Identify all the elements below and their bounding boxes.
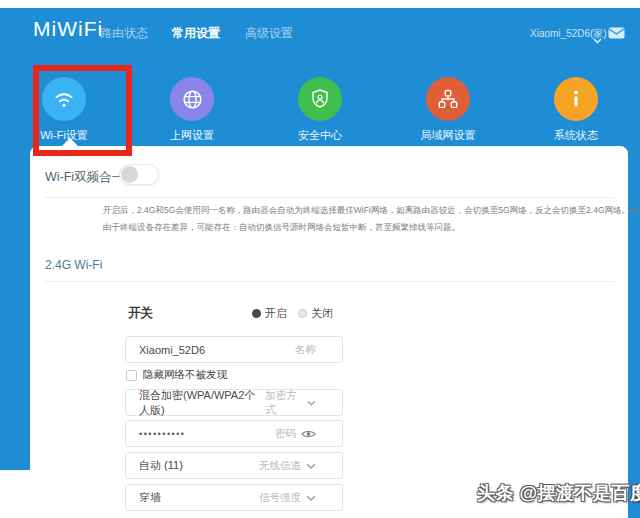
wireless-channel-select[interactable]: 自动 (11) 无线信道 bbox=[125, 452, 343, 479]
quicknav-item-system-status[interactable]: 系统状态 bbox=[512, 77, 640, 143]
show-password-eye-icon[interactable] bbox=[301, 429, 316, 439]
encryption-value: 混合加密(WPA/WPA2个人版) bbox=[139, 388, 265, 418]
radio-selected-icon bbox=[252, 309, 261, 318]
checkbox-icon[interactable] bbox=[126, 370, 137, 381]
wifi-password-value: •••••••••• bbox=[139, 429, 186, 439]
miwifi-logo[interactable]: MiWiFi bbox=[33, 17, 103, 41]
tab-common-settings[interactable]: 常用设置 bbox=[172, 25, 220, 42]
password-label: 密码 bbox=[275, 427, 296, 441]
ssid-name-value: Xiaomi_52D6 bbox=[139, 344, 205, 356]
globe-icon bbox=[170, 77, 214, 121]
quicknav-item-security-center[interactable]: 安全中心 bbox=[256, 77, 384, 143]
signal-strength-value: 穿墙 bbox=[139, 490, 161, 505]
quicknav-label: 安全中心 bbox=[256, 128, 384, 143]
signal-strength-label: 信号强度 bbox=[259, 491, 301, 505]
quicknav-label: 上网设置 bbox=[128, 128, 256, 143]
radio-off[interactable]: 关闭 bbox=[298, 306, 333, 321]
wireless-channel-value: 自动 (11) bbox=[139, 458, 183, 473]
radio-off-label: 关闭 bbox=[311, 306, 333, 321]
radio-unselected-icon bbox=[298, 309, 307, 318]
description-line: 由于终端设备存在差异，可能存在：自动切换信号源时网络会短暂中断，甚至频繁掉线等问… bbox=[103, 219, 639, 236]
chevron-down-icon bbox=[307, 400, 316, 406]
annotation-highlight-box bbox=[33, 65, 132, 156]
chevron-down-icon[interactable] bbox=[593, 30, 602, 48]
chevron-down-icon bbox=[306, 463, 316, 469]
wifi-password-input[interactable]: •••••••••• 密码 bbox=[125, 420, 343, 447]
quicknav-item-internet-settings[interactable]: 上网设置 bbox=[128, 77, 256, 143]
quicknav-label: 系统状态 bbox=[512, 128, 640, 143]
wireless-channel-label: 无线信道 bbox=[259, 459, 301, 473]
signal-strength-select[interactable]: 穿墙 信号强度 bbox=[125, 484, 343, 511]
tab-advanced-settings[interactable]: 高级设置 bbox=[245, 25, 293, 42]
radio-on[interactable]: 开启 bbox=[252, 306, 287, 321]
shield-icon bbox=[298, 77, 342, 121]
ssid-name-input[interactable]: Xiaomi_52D6 名称 bbox=[125, 336, 343, 363]
message-envelope-icon[interactable] bbox=[608, 25, 625, 43]
info-icon bbox=[554, 77, 598, 121]
divider bbox=[45, 197, 615, 198]
section-title-24g: 2.4G Wi-Fi bbox=[45, 258, 102, 272]
lan-icon bbox=[426, 77, 470, 121]
settings-panel: Wi-Fi双频合一 开启后，2.4G和5G会使用同一名称，路由器会自动为终端选择… bbox=[30, 146, 628, 518]
tab-router-status[interactable]: 路由状态 bbox=[100, 25, 148, 42]
wifi-switch-radios: 开启 关闭 bbox=[252, 306, 333, 321]
hide-network-checkbox-row[interactable]: 隐藏网络不被发现 bbox=[126, 368, 227, 382]
encryption-label: 加密方式 bbox=[265, 389, 302, 417]
dual-band-toggle[interactable] bbox=[119, 164, 159, 185]
quicknav-label: 局域网设置 bbox=[384, 128, 512, 143]
radio-on-label: 开启 bbox=[265, 306, 287, 321]
divider bbox=[45, 281, 615, 282]
chevron-down-icon bbox=[306, 495, 316, 501]
ssid-name-placeholder-label: 名称 bbox=[295, 343, 316, 357]
dual-band-description: 开启后，2.4G和5G会使用同一名称，路由器会自动为终端选择最佳WiFi网络，如… bbox=[103, 202, 639, 236]
quicknav-item-lan-settings[interactable]: 局域网设置 bbox=[384, 77, 512, 143]
description-line: 开启后，2.4G和5G会使用同一名称，路由器会自动为终端选择最佳WiFi网络，如… bbox=[103, 202, 639, 219]
switch-label: 开关 bbox=[128, 305, 153, 322]
hide-network-label: 隐藏网络不被发现 bbox=[143, 368, 227, 382]
dual-band-label: Wi-Fi双频合一 bbox=[45, 169, 124, 186]
encryption-select[interactable]: 混合加密(WPA/WPA2个人版) 加密方式 bbox=[125, 389, 343, 416]
toggle-knob bbox=[121, 166, 138, 183]
watermark-text: 头条 @摆渡不是百度 bbox=[477, 481, 640, 505]
